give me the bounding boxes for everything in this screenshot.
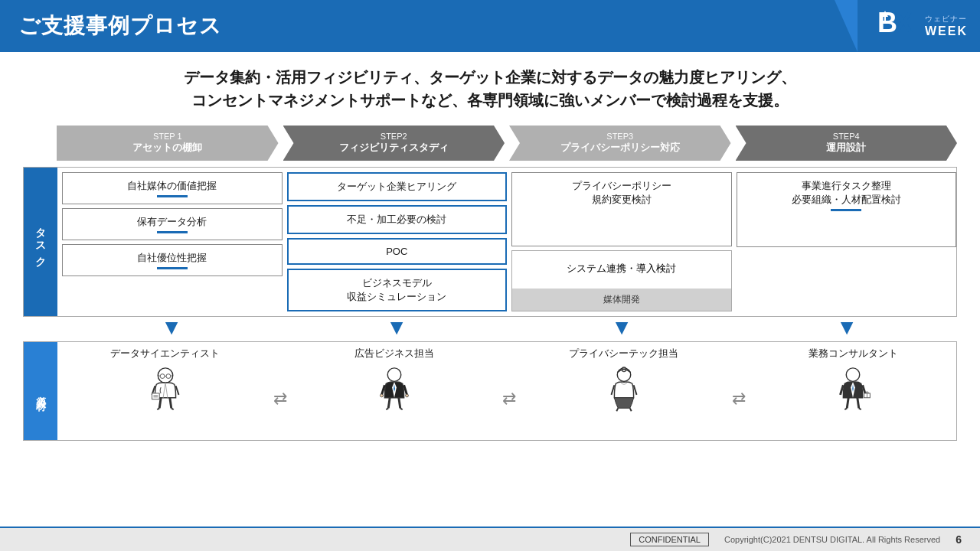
- task-3-bottom: システム連携・導入検討 媒体開発: [511, 250, 732, 312]
- task-col-3: プライバシーポリシー規約変更検討 システム連携・導入検討 媒体開発: [511, 172, 732, 311]
- arrow-2: ▼: [286, 317, 507, 338]
- svg-line-18: [170, 398, 172, 409]
- task-col-4: 事業進行タスク整理必要組織・人材配置検討: [737, 172, 957, 311]
- svg-point-5: [160, 374, 165, 379]
- step3-label: プライバシーポリシー対応: [560, 141, 680, 155]
- logo-bx-text: B X: [877, 8, 923, 44]
- svg-line-29: [399, 398, 400, 409]
- logo-week: WEEK: [925, 24, 968, 38]
- task-col-1: 自社媒体の価値把握 保有データ分析 自社優位性把握: [62, 172, 283, 311]
- personnel-2-name: 広告ビジネス担当: [354, 347, 434, 360]
- subtitle-line1: データ集約・活用フィジビリティ、ターゲット企業に対するデータの魅力度ヒアリング、: [184, 69, 796, 86]
- logo-subtitle: ウェビナー WEEK: [925, 14, 968, 38]
- subtitle-area: データ集約・活用フィジビリティ、ターゲット企業に対するデータの魅力度ヒアリング、…: [0, 52, 980, 119]
- task-label: タスク: [24, 168, 57, 316]
- svg-line-20: [172, 408, 174, 409]
- svg-line-19: [157, 408, 159, 409]
- footer-page: 6: [956, 533, 962, 546]
- svg-point-38: [847, 368, 860, 381]
- task-3-2: システム連携・導入検討: [512, 251, 731, 287]
- personnel-col-4: 業務コンサルタント: [750, 347, 957, 435]
- task-4-spacer: [737, 251, 957, 312]
- exchange-icon-2: ⇄: [502, 347, 516, 435]
- personnel-col-3: プライバシーテック担当: [521, 347, 727, 435]
- personnel-label: 必須人材: [24, 342, 57, 440]
- personnel-section: 必須人材 データサイエンティスト: [23, 341, 957, 441]
- svg-line-31: [400, 408, 403, 409]
- step1-label: アセットの棚卸: [132, 141, 202, 155]
- subtitle-line2: コンセントマネジメントサポートなど、各専門領域に強いメンバーで検討過程を支援。: [191, 92, 789, 109]
- task-3-1: プライバシーポリシー規約変更検討: [511, 172, 732, 246]
- arrow-1: ▼: [61, 317, 282, 338]
- step2-number: STEP2: [381, 132, 407, 141]
- privacy-icon: [603, 364, 645, 419]
- arrow-4: ▼: [737, 317, 957, 338]
- svg-line-47: [845, 408, 848, 409]
- task-2-2: 不足・加工必要の検討: [287, 205, 508, 234]
- svg-point-27: [406, 394, 409, 397]
- steps-row: STEP 1 アセットの棚卸 STEP2 フィジビリティスタディ STEP3 プ…: [23, 126, 957, 161]
- svg-rect-3: [884, 17, 886, 23]
- step1-number: STEP 1: [153, 132, 182, 141]
- step-4: STEP4 運用設計: [736, 126, 958, 161]
- task-2-3: POC: [287, 238, 508, 265]
- task-col-2: ターゲット企業ヒアリング 不足・加工必要の検討 POC ビジネスモデル収益シミュ…: [287, 172, 508, 311]
- svg-rect-14: [152, 393, 159, 399]
- svg-point-26: [381, 394, 384, 397]
- svg-text:X: X: [894, 8, 913, 38]
- main-content: STEP 1 アセットの棚卸 STEP2 フィジビリティスタディ STEP3 プ…: [0, 119, 980, 441]
- task-3-gray: 媒体開発: [512, 289, 731, 311]
- personnel-col-1: データサイエンティスト: [62, 347, 269, 435]
- step4-label: 運用設計: [826, 141, 866, 155]
- personnel-4-name: 業務コンサルタント: [808, 347, 898, 360]
- task-2-4: ビジネスモデル収益シミュレーション: [287, 269, 508, 311]
- footer: CONFIDENTIAL Copyright(C)2021 DENTSU DIG…: [0, 527, 980, 551]
- personnel-1-name: データサイエンティスト: [110, 347, 220, 360]
- personnel-col-2: 広告ビジネス担当: [292, 347, 498, 435]
- task-1-1: 自社媒体の価値把握: [62, 172, 283, 204]
- step-3: STEP3 プライバシーポリシー対応: [509, 126, 731, 161]
- step2-label: フィジビリティスタディ: [339, 141, 449, 155]
- svg-point-21: [388, 368, 401, 381]
- page-title: ご支援事例プロセス: [18, 11, 222, 41]
- business-icon: [373, 364, 416, 419]
- svg-line-28: [388, 398, 390, 409]
- header: ご支援事例プロセス B X ウェビナー WEEK: [0, 0, 980, 52]
- underline: [157, 267, 188, 269]
- svg-line-48: [859, 408, 861, 409]
- consultant-icon: [831, 364, 874, 419]
- step3-number: STEP3: [606, 132, 633, 141]
- svg-line-36: [616, 408, 618, 411]
- task-1-2: 保有データ分析: [62, 208, 283, 240]
- confidential-badge: CONFIDENTIAL: [630, 533, 709, 546]
- header-decoration: [835, 0, 858, 52]
- logo-webinar: ウェビナー: [925, 14, 968, 24]
- footer-copyright: Copyright(C)2021 DENTSU DIGITAL. All Rig…: [724, 535, 940, 544]
- task-area: 自社媒体の価値把握 保有データ分析 自社優位性把握 ターゲット企業ヒアリング 不…: [57, 168, 956, 316]
- svg-line-30: [387, 408, 389, 409]
- task-1-3: 自社優位性把握: [62, 244, 283, 276]
- exchange-icon-3: ⇄: [732, 347, 746, 435]
- step-1: STEP 1 アセットの棚卸: [57, 126, 279, 161]
- svg-line-46: [858, 398, 859, 409]
- personnel-area: データサイエンティスト: [57, 342, 956, 440]
- svg-line-37: [630, 408, 632, 411]
- svg-point-6: [166, 374, 171, 379]
- subtitle-text: データ集約・活用フィジビリティ、ターゲット企業に対するデータの魅力度ヒアリング、…: [31, 66, 949, 112]
- svg-line-17: [159, 398, 161, 409]
- underline: [831, 209, 861, 211]
- step-2: STEP2 フィジビリティスタディ: [283, 126, 505, 161]
- task-2-1: ターゲット企業ヒアリング: [287, 172, 508, 201]
- arrow-3: ▼: [511, 317, 732, 338]
- arrow-row: ▼ ▼ ▼ ▼: [23, 317, 957, 338]
- logo: B X ウェビナー WEEK: [877, 8, 968, 44]
- task-section: タスク 自社媒体の価値把握 保有データ分析 自社優位性把握 ターゲ: [23, 167, 957, 317]
- underline: [157, 231, 188, 233]
- step4-number: STEP4: [833, 132, 860, 141]
- exchange-icon-1: ⇄: [273, 347, 287, 435]
- underline: [157, 195, 188, 197]
- logo-area: B X ウェビナー WEEK: [877, 8, 968, 44]
- scientist-icon: [144, 364, 187, 419]
- task-4-1: 事業進行タスク整理必要組織・人材配置検討: [737, 172, 957, 247]
- personnel-3-name: プライバシーテック担当: [569, 347, 678, 360]
